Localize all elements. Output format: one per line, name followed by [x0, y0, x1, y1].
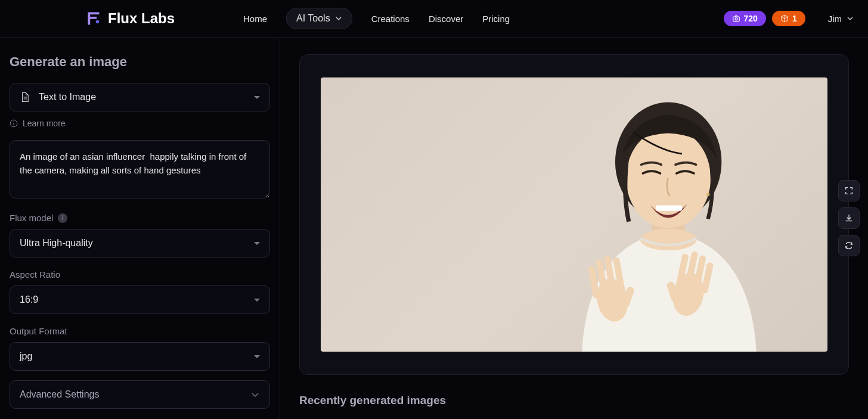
advanced-label: Advanced Settings — [20, 389, 99, 400]
mode-select[interactable]: Text to Image — [10, 83, 270, 111]
learn-more-label: Learn more — [23, 119, 66, 128]
svg-point-0 — [96, 20, 99, 23]
refresh-icon — [844, 241, 854, 250]
svg-point-2 — [734, 18, 737, 20]
svg-point-10 — [640, 228, 697, 250]
regenerate-button[interactable] — [838, 235, 860, 256]
content: Generate an image Text to Image Learn mo… — [0, 38, 868, 419]
format-select[interactable]: jpg — [10, 342, 270, 371]
aspect-label: Aspect Ratio — [10, 269, 270, 280]
advanced-settings-toggle[interactable]: Advanced Settings — [10, 380, 270, 409]
aspect-select[interactable]: 16:9 — [10, 285, 270, 314]
tokens-badge[interactable]: 1 — [772, 11, 805, 26]
mode-value: Text to Image — [39, 92, 96, 103]
expand-button[interactable] — [838, 180, 860, 201]
generated-image[interactable] — [321, 77, 827, 352]
expand-icon — [844, 186, 854, 195]
model-value: Ultra High-quality — [20, 238, 93, 249]
svg-point-23 — [706, 193, 709, 195]
info-icon[interactable]: i — [58, 213, 67, 223]
chevron-down-icon — [254, 96, 260, 99]
sidebar: Generate an image Text to Image Learn mo… — [0, 38, 280, 419]
logo-icon — [86, 11, 102, 26]
nav-discover[interactable]: Discover — [429, 14, 463, 24]
image-card — [299, 54, 849, 375]
prompt-input[interactable] — [10, 140, 270, 198]
svg-point-8 — [626, 128, 711, 228]
download-button[interactable] — [838, 207, 860, 229]
logo[interactable]: Flux Labs — [86, 10, 175, 27]
nav-aitools[interactable]: AI Tools — [286, 8, 352, 29]
header: Flux Labs Home AI Tools Creations Discov… — [0, 0, 868, 38]
nav-home[interactable]: Home — [243, 14, 267, 24]
credits-count: 720 — [744, 14, 758, 23]
document-icon — [20, 92, 30, 103]
main-nav: Home AI Tools Creations Discover Pricing — [243, 8, 510, 29]
main-area: Recently generated images — [280, 38, 868, 419]
chevron-down-icon — [250, 390, 260, 399]
svg-rect-1 — [733, 17, 739, 21]
image-actions — [838, 180, 860, 256]
download-icon — [844, 213, 854, 223]
sidebar-title: Generate an image — [10, 54, 270, 70]
brand-name: Flux Labs — [108, 10, 175, 27]
model-select[interactable]: Ultra High-quality — [10, 229, 270, 257]
nav-creations[interactable]: Creations — [371, 14, 410, 24]
tokens-count: 1 — [792, 14, 797, 23]
format-label: Output Format — [10, 326, 270, 336]
chevron-down-icon — [847, 15, 854, 22]
chevron-down-icon — [254, 299, 260, 302]
info-icon — [10, 119, 18, 128]
header-right: 720 1 Jim — [724, 11, 854, 26]
chevron-down-icon — [335, 15, 342, 22]
user-menu[interactable]: Jim — [828, 14, 854, 24]
person-illustration — [534, 100, 787, 352]
chevron-down-icon — [254, 242, 260, 245]
credits-badge[interactable]: 720 — [724, 11, 766, 26]
camera-icon — [732, 14, 740, 23]
user-name: Jim — [828, 14, 842, 24]
nav-pricing[interactable]: Pricing — [482, 14, 510, 24]
model-label: Flux model i — [10, 213, 270, 223]
nav-aitools-label: AI Tools — [296, 13, 330, 24]
recent-title: Recently generated images — [299, 394, 849, 407]
cube-icon — [780, 14, 789, 23]
aspect-value: 16:9 — [20, 294, 38, 305]
chevron-down-icon — [254, 355, 260, 358]
format-value: jpg — [20, 351, 32, 362]
learn-more-link[interactable]: Learn more — [10, 119, 270, 128]
svg-point-5 — [13, 122, 14, 122]
svg-rect-9 — [656, 205, 682, 210]
